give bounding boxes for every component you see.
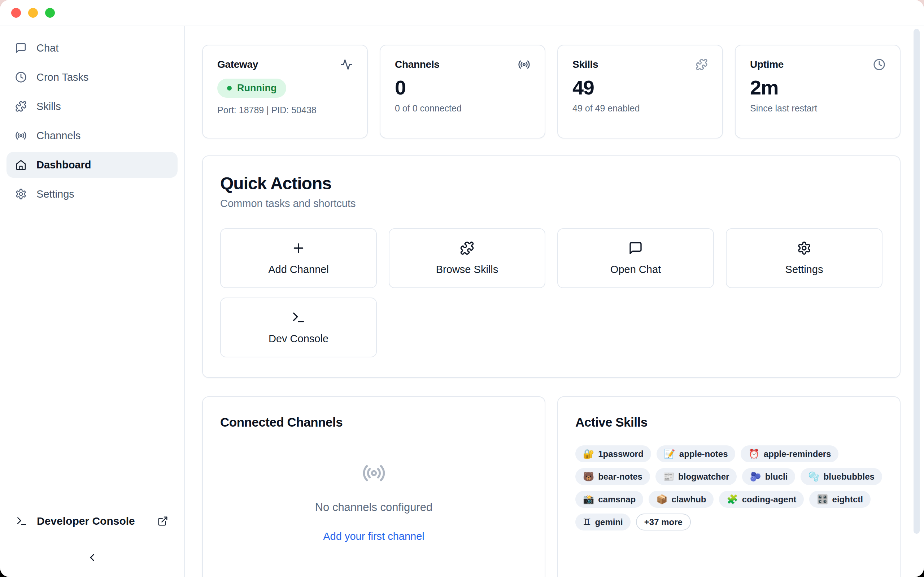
radio-icon	[15, 130, 27, 141]
app-window: Chat Cron Tasks Skills Channels Dashboar…	[0, 0, 924, 577]
gear-icon	[15, 188, 27, 200]
status-dot	[227, 86, 232, 90]
developer-console-row[interactable]: Developer Console	[6, 508, 178, 534]
dev-console-button[interactable]: Dev Console	[220, 298, 377, 357]
skill-badge: 🎛️eightctl	[809, 491, 871, 508]
skill-emoji: 📝	[664, 449, 675, 459]
open-chat-button[interactable]: Open Chat	[557, 228, 714, 288]
sidebar-item-channels[interactable]: Channels	[6, 122, 178, 148]
plus-icon	[291, 241, 306, 255]
terminal-icon	[291, 310, 306, 324]
activity-icon	[340, 58, 353, 71]
clock-icon	[15, 71, 27, 83]
settings-button[interactable]: Settings	[726, 228, 882, 288]
uptime-detail: Since last restart	[750, 103, 885, 114]
gear-icon	[797, 241, 811, 255]
add-channel-button[interactable]: Add Channel	[220, 228, 377, 288]
action-label: Browse Skills	[436, 264, 498, 276]
skill-emoji: 🫐	[750, 471, 761, 482]
skill-name: clawhub	[671, 495, 706, 504]
skills-count: 49	[572, 76, 708, 99]
clock-icon	[873, 58, 885, 71]
skill-badge: 📰blogwatcher	[656, 468, 737, 485]
scrollbar-thumb[interactable]	[914, 29, 920, 534]
card-title: Uptime	[750, 59, 783, 70]
gateway-status-badge: Running	[217, 79, 286, 98]
skill-name: gemini	[595, 517, 623, 527]
skill-name: blucli	[765, 472, 788, 482]
close-window-button[interactable]	[11, 8, 21, 18]
bottom-row: Connected Channels No channels configure…	[202, 396, 901, 577]
skill-badge: 📦clawhub	[649, 491, 714, 508]
radio-icon	[362, 461, 386, 485]
uptime-value: 2m	[750, 76, 885, 99]
quick-actions-title: Quick Actions	[220, 174, 882, 193]
chat-icon	[628, 241, 643, 255]
skill-name: coding-agent	[742, 495, 796, 504]
skill-emoji: 📰	[663, 471, 674, 482]
channels-detail: 0 of 0 connected	[395, 103, 530, 114]
gateway-card: Gateway Running Port: 18789 | PID: 50438	[202, 45, 368, 139]
skill-name: 1password	[598, 449, 643, 459]
sidebar-item-label: Settings	[36, 188, 74, 200]
chat-icon	[15, 42, 27, 54]
skills-badges: 🔐1password 📝apple-notes ⏰apple-reminders…	[575, 445, 882, 530]
puzzle-icon	[15, 101, 27, 112]
sidebar-item-label: Chat	[36, 42, 58, 54]
skill-emoji: 📦	[656, 494, 667, 504]
sidebar: Chat Cron Tasks Skills Channels Dashboar…	[0, 26, 185, 577]
active-skills-panel: Active Skills 🔐1password 📝apple-notes ⏰a…	[557, 396, 901, 577]
chevron-left-icon	[86, 552, 98, 563]
sidebar-item-label: Channels	[36, 130, 81, 142]
skill-badge: 🐻bear-notes	[575, 468, 650, 485]
channels-count: 0	[395, 76, 530, 99]
card-title: Gateway	[217, 59, 258, 70]
skills-detail: 49 of 49 enabled	[572, 103, 708, 114]
skills-card: Skills 49 49 of 49 enabled	[557, 45, 723, 139]
sidebar-item-dashboard[interactable]: Dashboard	[6, 152, 178, 178]
zoom-window-button[interactable]	[45, 8, 55, 18]
radio-icon	[518, 58, 530, 71]
channels-card: Channels 0 0 of 0 connected	[380, 45, 545, 139]
skill-name: bear-notes	[598, 472, 643, 482]
channels-empty-state: No channels configured Add your first ch…	[220, 461, 527, 542]
sidebar-item-chat[interactable]: Chat	[6, 35, 178, 61]
sidebar-item-label: Cron Tasks	[36, 71, 89, 83]
main-content: Gateway Running Port: 18789 | PID: 50438…	[185, 26, 924, 577]
open-external-button[interactable]	[157, 516, 168, 527]
skill-badge: 🔐1password	[575, 445, 651, 462]
titlebar	[0, 0, 924, 26]
developer-console-label: Developer Console	[37, 515, 148, 527]
active-skills-title: Active Skills	[575, 415, 882, 429]
stats-row: Gateway Running Port: 18789 | PID: 50438…	[202, 45, 901, 139]
skill-badge: ♊gemini	[575, 514, 630, 530]
terminal-icon	[16, 515, 27, 527]
sidebar-item-settings[interactable]: Settings	[6, 181, 178, 207]
card-title: Channels	[395, 59, 439, 70]
collapse-sidebar-button[interactable]	[82, 548, 102, 567]
sidebar-item-skills[interactable]: Skills	[6, 93, 178, 119]
skill-emoji: 🎛️	[817, 494, 828, 504]
minimize-window-button[interactable]	[28, 8, 38, 18]
skill-emoji: 🔐	[583, 449, 594, 459]
action-label: Add Channel	[268, 264, 329, 276]
puzzle-icon	[460, 241, 474, 255]
quick-actions-grid: Add Channel Browse Skills Open Chat Sett…	[220, 228, 882, 357]
empty-channels-text: No channels configured	[315, 501, 433, 514]
skill-name: eightctl	[832, 495, 863, 504]
browse-skills-button[interactable]: Browse Skills	[389, 228, 545, 288]
card-title: Skills	[572, 59, 598, 70]
action-label: Open Chat	[611, 264, 661, 276]
puzzle-icon	[696, 58, 708, 71]
sidebar-nav: Chat Cron Tasks Skills Channels Dashboar…	[6, 35, 178, 207]
show-more-skills-button[interactable]: +37 more	[636, 514, 691, 530]
skill-badge: 📸camsnap	[575, 491, 643, 508]
skill-emoji: 📸	[583, 494, 594, 504]
skill-name: apple-reminders	[764, 449, 831, 459]
sidebar-item-cron-tasks[interactable]: Cron Tasks	[6, 64, 178, 90]
status-label: Running	[237, 82, 276, 94]
add-first-channel-link[interactable]: Add your first channel	[323, 530, 424, 542]
sidebar-item-label: Dashboard	[36, 159, 91, 171]
skill-badge: 📝apple-notes	[657, 445, 736, 462]
gateway-detail: Port: 18789 | PID: 50438	[217, 105, 353, 115]
